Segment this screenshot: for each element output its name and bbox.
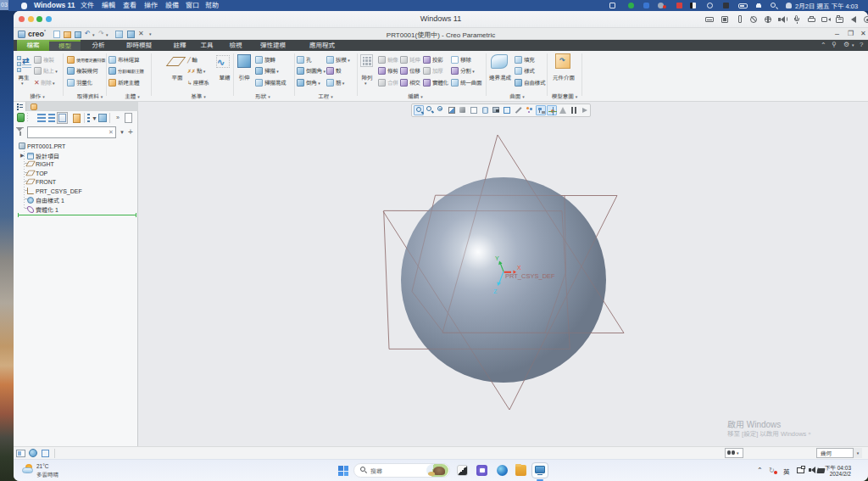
svg-text:Z: Z: [493, 288, 498, 294]
svg-text:PRT_CSYS_DEF: PRT_CSYS_DEF: [505, 272, 555, 280]
svg-text:Y: Y: [495, 255, 499, 261]
svg-text:X: X: [517, 265, 521, 271]
